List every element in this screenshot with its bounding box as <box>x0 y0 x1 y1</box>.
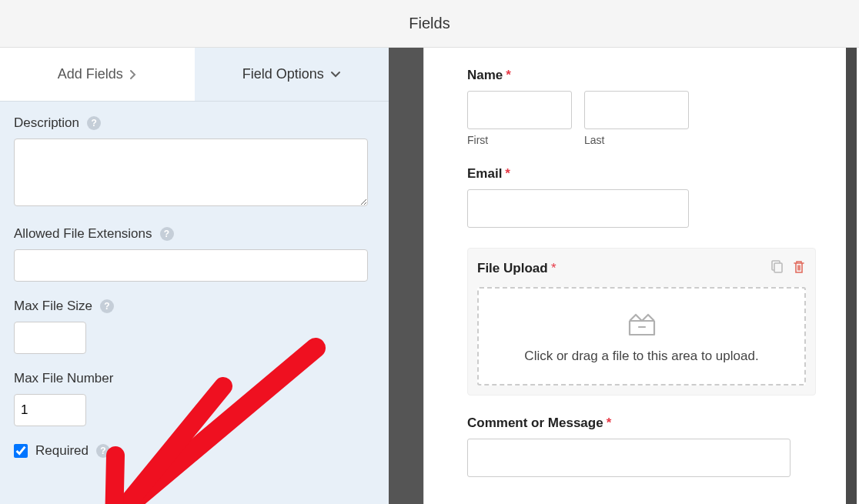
description-label: Description <box>14 115 79 131</box>
help-icon[interactable]: ? <box>160 227 174 241</box>
comment-input[interactable] <box>467 439 790 477</box>
required-star-icon: * <box>506 68 511 83</box>
first-name-input[interactable] <box>467 91 572 129</box>
comment-label: Comment or Message <box>467 416 603 431</box>
upload-dropzone[interactable]: Click or drag a file to this area to upl… <box>477 287 806 386</box>
chevron-right-icon <box>129 69 137 80</box>
panel-tabs: Add Fields Field Options <box>0 48 389 102</box>
upload-box-icon <box>486 310 797 338</box>
file-upload-field[interactable]: File Upload * <box>467 248 816 396</box>
allowed-extensions-label: Allowed File Extensions <box>14 226 152 242</box>
max-file-size-label: Max File Size <box>14 299 92 314</box>
tab-label: Add Fields <box>58 66 123 82</box>
description-input[interactable] <box>14 139 368 206</box>
right-scrollbar[interactable] <box>846 48 857 504</box>
form-preview-panel: Name * First Last Email * <box>423 48 859 504</box>
file-upload-label: File Upload <box>477 261 548 275</box>
svg-rect-1 <box>774 263 782 272</box>
required-star-icon: * <box>551 261 557 275</box>
panel-body: Description ? Allowed File Extensions ? … <box>0 102 389 504</box>
chevron-down-icon <box>330 71 341 78</box>
last-sublabel: Last <box>584 134 689 146</box>
tab-field-options[interactable]: Field Options <box>195 48 389 101</box>
delete-icon[interactable] <box>792 259 806 278</box>
email-label: Email <box>467 166 502 182</box>
help-icon[interactable]: ? <box>96 444 110 458</box>
required-checkbox[interactable] <box>14 444 28 458</box>
panel-divider[interactable] <box>389 48 423 504</box>
required-star-icon: * <box>505 166 510 182</box>
upload-hint-text: Click or drag a file to this area to upl… <box>486 349 797 364</box>
first-sublabel: First <box>467 134 572 146</box>
duplicate-icon[interactable] <box>769 259 784 278</box>
max-file-number-label: Max File Number <box>14 371 113 386</box>
last-name-input[interactable] <box>584 91 689 129</box>
help-icon[interactable]: ? <box>100 299 114 313</box>
tab-label: Field Options <box>242 66 324 82</box>
required-star-icon: * <box>607 416 612 431</box>
email-input[interactable] <box>467 189 689 228</box>
tab-add-fields[interactable]: Add Fields <box>0 48 195 101</box>
max-file-size-input[interactable] <box>14 322 86 354</box>
allowed-extensions-input[interactable] <box>14 249 368 282</box>
required-label: Required <box>35 443 89 459</box>
max-file-number-input[interactable] <box>14 394 86 426</box>
name-label: Name <box>467 68 503 83</box>
field-options-panel: Add Fields Field Options Description ? <box>0 48 389 504</box>
help-icon[interactable]: ? <box>87 116 101 130</box>
page-title: Fields <box>409 15 450 32</box>
